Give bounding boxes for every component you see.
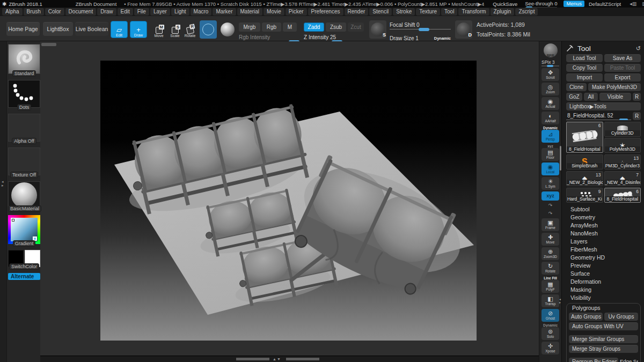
zadd-button[interactable]: Zadd: [304, 23, 324, 32]
hscroll-segment-right[interactable]: [286, 358, 319, 360]
brush-picker[interactable]: Standard: [8, 44, 40, 77]
hscroll-segment-left[interactable]: [236, 358, 269, 360]
aahalf-button[interactable]: ◐AAHalf: [541, 112, 559, 124]
zoom3d-button[interactable]: ⊕Zoom3D: [541, 247, 559, 260]
menu-preferences[interactable]: Preferences: [308, 8, 343, 16]
z-intensity-slider[interactable]: Z Intensity 25: [304, 34, 364, 42]
lightbox-button[interactable]: LightBox: [43, 22, 73, 36]
alternate-item[interactable]: Alternate: [8, 273, 40, 280]
menus-toggle-button[interactable]: Menus: [564, 1, 584, 7]
rgb-button[interactable]: Rgb: [262, 23, 281, 32]
menu-draw[interactable]: Draw: [97, 8, 116, 16]
section-surface[interactable]: Surface: [566, 270, 641, 278]
goz-visible-button[interactable]: Visible: [599, 93, 631, 101]
active-tool-slider[interactable]: 8_FieldHospital. 52: [566, 112, 631, 120]
section-subtool[interactable]: Subtool: [566, 205, 641, 213]
zoom-button[interactable]: ◎Zoom: [541, 83, 559, 95]
tool-thumb-cylinder3d[interactable]: Cylinder3D: [604, 122, 641, 137]
tool-r-button[interactable]: R: [633, 112, 641, 120]
section-nanomesh[interactable]: NanoMesh: [566, 230, 641, 238]
rotation-axis-button[interactable]: xyz: [541, 191, 559, 201]
menu-texture[interactable]: Texture: [416, 8, 440, 16]
clone-button[interactable]: Clone: [566, 83, 587, 91]
tool-thumb-simplebrush[interactable]: S SimpleBrush: [566, 154, 603, 169]
copy-tool-button[interactable]: Copy Tool: [566, 64, 603, 72]
menu-render[interactable]: Render: [345, 8, 369, 16]
solo-toggle[interactable]: ⊚Solo: [541, 327, 559, 340]
save-as-button[interactable]: Save As: [604, 54, 641, 62]
palette-history-icon[interactable]: ↺: [636, 45, 641, 52]
menu-alpha[interactable]: Alpha: [2, 8, 23, 16]
stroke-picker[interactable]: Dots: [8, 80, 40, 110]
section-deformation[interactable]: Deformation: [566, 278, 641, 286]
menu-marker[interactable]: Marker: [213, 8, 236, 16]
m-button[interactable]: M: [283, 23, 297, 32]
tool-thumb-current[interactable]: 6 8_FieldHospital: [566, 122, 603, 153]
live-boolean-button[interactable]: Live Boolean: [75, 22, 108, 36]
import-button[interactable]: Import: [566, 73, 603, 82]
menu-stencil[interactable]: Stencil: [369, 8, 392, 16]
tool-thumb-polymesh3d[interactable]: ✶ PolyMesh3D: [604, 138, 641, 153]
menu-brush[interactable]: Brush: [24, 8, 44, 16]
tool-thumb-pm3d-cylinder[interactable]: 13 ∴ PM3D_Cylinder3: [604, 154, 641, 169]
texture-picker[interactable]: Texture Off: [8, 147, 40, 178]
floor-grid-toggle[interactable]: ▤Floor: [541, 148, 559, 161]
polyframe-toggle[interactable]: ▦PolyF: [541, 280, 559, 293]
section-geometry-hd[interactable]: Geometry HD: [566, 254, 641, 262]
current-brush-button[interactable]: [200, 20, 217, 39]
move-canvas-button[interactable]: ✚Move: [541, 233, 559, 246]
menu-edit[interactable]: Edit: [118, 8, 133, 16]
menu-movie[interactable]: Movie: [264, 8, 284, 16]
zsub-button[interactable]: Zsub: [326, 23, 346, 32]
goz-button[interactable]: GoZ: [566, 93, 582, 101]
menu-zscript[interactable]: Zscript: [515, 8, 538, 16]
rotate-y-icon[interactable]: ↷: [541, 202, 559, 209]
section-visibility[interactable]: Visibility: [566, 294, 641, 302]
edit-mode-button[interactable]: ▱ Edit: [111, 21, 128, 38]
zcut-button[interactable]: Zcut: [348, 23, 364, 32]
menu-transform[interactable]: Transform: [458, 8, 489, 16]
quicksave-button[interactable]: QuickSave: [493, 1, 517, 7]
transparency-toggle[interactable]: ◧Transp: [541, 294, 559, 307]
current-material-button[interactable]: [219, 20, 236, 39]
frame-button[interactable]: ▣Frame: [541, 218, 559, 231]
menu-zplugin[interactable]: Zplugin: [491, 8, 515, 16]
menu-document[interactable]: Document: [65, 8, 97, 16]
hscroll-arrows-icon[interactable]: ▲▼: [273, 357, 281, 361]
mrgb-button[interactable]: Mrgb: [239, 23, 260, 32]
goz-r-button[interactable]: R: [633, 93, 641, 101]
make-polymesh3d-button[interactable]: Make PolyMesh3D: [588, 83, 641, 91]
rotate-mode-button[interactable]: R Rotate: [181, 21, 199, 38]
color-picker[interactable]: Gradient: [8, 215, 40, 247]
draw-size-icon-button[interactable]: D: [455, 20, 472, 39]
export-button[interactable]: Export: [604, 73, 641, 82]
perspective-toggle[interactable]: ⊿Persp: [541, 130, 559, 143]
saturation-square[interactable]: [11, 218, 38, 241]
draw-mode-button[interactable]: + Draw: [130, 21, 147, 38]
menu-light[interactable]: Light: [171, 8, 189, 16]
actual-size-button[interactable]: ◉Actual: [541, 97, 559, 110]
material-picker[interactable]: BasicMaterial: [8, 181, 40, 212]
tool-thumb-hard-surface-kit[interactable]: 9 Hard_Surface_Ki: [566, 188, 603, 203]
gradient-picker-thumbnail[interactable]: [8, 215, 40, 244]
menu-tool[interactable]: Tool: [441, 8, 457, 16]
rgb-intensity-slider[interactable]: Rgb Intensity: [239, 34, 301, 42]
local-symmetry-toggle[interactable]: ✳L.Sym: [541, 177, 559, 190]
focal-shift-slider[interactable]: Focal Shift 0: [390, 22, 451, 29]
canvas-horizontal-scrollbar[interactable]: ▲▼: [40, 356, 539, 362]
merge-similar-groups-button[interactable]: Merge Similar Groups: [569, 335, 638, 343]
spix-slider[interactable]: SPix 3: [541, 60, 559, 67]
switch-color[interactable]: SwitchColor: [8, 250, 40, 270]
load-tool-button[interactable]: Load Tool: [566, 54, 603, 62]
regroup-by-edges-button[interactable]: Regroup By Edges: [569, 358, 618, 362]
section-layers[interactable]: Layers: [566, 238, 641, 246]
local-transform-toggle[interactable]: ◉Local: [541, 162, 559, 175]
merge-stray-groups-button[interactable]: Merge Stray Groups: [569, 345, 638, 353]
standard-brush-thumbnail[interactable]: [8, 44, 40, 74]
scroll-button[interactable]: ✥Scroll: [541, 68, 559, 81]
auto-groups-button[interactable]: Auto Groups: [569, 313, 603, 321]
rotate-view-button[interactable]: ↻Rotate: [541, 262, 559, 275]
section-geometry[interactable]: Geometry: [566, 213, 641, 221]
see-through-slider[interactable]: See-through 0: [525, 1, 557, 7]
goz-all-button[interactable]: All: [584, 93, 598, 101]
